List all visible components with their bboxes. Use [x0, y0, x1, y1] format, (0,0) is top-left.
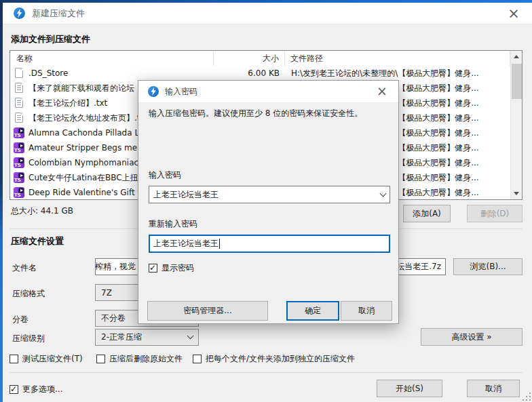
archive-settings-title: 压缩文件设置 — [11, 235, 64, 247]
scrollbar-thumb[interactable] — [512, 64, 522, 99]
text-file-icon — [14, 83, 24, 94]
file-name: Cute女牛仔Latina在BBC上扭动 — [28, 172, 147, 184]
confirm-password-value: 上老王论坛当老王 — [153, 238, 218, 249]
advanced-settings-button[interactable]: 高级设置 » — [421, 328, 522, 346]
new-archive-window: 新建压缩文件 × 添加文件到压缩文件 名称 大小 文件路径 .DS_Store … — [0, 0, 532, 402]
ts-video-icon: TS — [14, 142, 24, 153]
file-name: 【老王论坛介绍】.txt — [28, 98, 107, 109]
more-options-checkbox[interactable]: 更多选项... — [10, 384, 62, 395]
password-dialog: 输入密码 × 输入压缩包密码。建议使用至少 8 位的密码来保证安全性。 输入密码… — [138, 80, 399, 324]
confirm-password-label: 重新输入密码 — [149, 218, 197, 230]
file-name: Colombian Nymphomaniac in — [28, 158, 149, 167]
titlebar[interactable]: 新建压缩文件 × — [3, 3, 532, 24]
close-icon[interactable]: × — [504, 6, 524, 22]
level-value: 2-正常压缩 — [101, 331, 142, 343]
ts-video-icon: TS — [14, 127, 24, 138]
delete-original-label: 压缩后删除原始文件 — [109, 353, 183, 365]
window-title: 新建压缩文件 — [32, 7, 85, 20]
level-select[interactable]: 2-正常压缩 — [95, 329, 199, 346]
column-header-name[interactable]: 名称 — [10, 51, 214, 66]
add-button[interactable]: 添加(A) — [403, 205, 451, 222]
file-name: Amateur Stripper Begs me to — [28, 143, 148, 153]
password-dialog-title: 输入密码 — [165, 86, 197, 98]
chevron-down-icon[interactable] — [380, 190, 387, 197]
separate-archives-label: 把每个文件/文件夹添加到独立的压缩文件 — [206, 353, 355, 365]
show-password-checkbox[interactable]: 显示密码 — [149, 262, 194, 274]
file-list-header[interactable]: 名称 大小 文件路径 — [10, 51, 510, 66]
password-instruction: 输入压缩包密码。建议使用至少 8 位的密码来保证安全性。 — [149, 108, 390, 119]
checkbox-checked-icon[interactable] — [10, 385, 18, 394]
column-header-size[interactable]: 大小 — [214, 51, 285, 66]
file-name: 【来了就能下载和观看的论坛， — [28, 83, 142, 94]
volume-label: 分卷 — [12, 314, 28, 325]
test-archive-label: 测试压缩文件(T) — [22, 353, 83, 365]
divider — [10, 372, 522, 373]
chevron-down-icon — [187, 333, 194, 340]
checkbox-icon[interactable] — [193, 355, 202, 363]
password-manager-button[interactable]: 密码管理器... — [147, 301, 268, 321]
password-input[interactable]: 上老王论坛当老王 — [149, 186, 390, 203]
ts-video-icon: TS — [14, 187, 24, 198]
filename-value-start: 榨精，视觉 — [95, 261, 136, 273]
list-scrollbar[interactable] — [510, 51, 522, 199]
close-icon[interactable]: × — [373, 83, 392, 100]
password-label: 输入密码 — [149, 169, 181, 181]
dialog-cancel-button[interactable]: 取消 — [341, 301, 392, 321]
show-password-label: 显示密码 — [162, 262, 194, 274]
volume-value: 不分卷 — [101, 313, 126, 324]
level-label: 压缩级别 — [12, 333, 45, 344]
resize-grip[interactable] — [522, 393, 531, 401]
ts-video-icon: TS — [14, 157, 24, 168]
password-value: 上老王论坛当老王 — [153, 189, 218, 201]
total-size-label: 总大小: 44.1 GB — [11, 205, 73, 217]
checkbox-icon[interactable] — [10, 355, 18, 363]
column-header-path[interactable]: 文件路径 — [285, 51, 510, 66]
format-value: 7Z — [101, 288, 112, 298]
section-add-files-title: 添加文件到压缩文件 — [11, 33, 90, 45]
text-file-icon — [14, 113, 24, 123]
ts-video-icon: TS — [14, 172, 24, 183]
confirm-password-input[interactable]: 上老王论坛当老王 — [149, 235, 390, 253]
file-name: Deep Ride Valentine's Gift for — [28, 188, 149, 197]
text-caret — [219, 239, 220, 249]
file-size: 6.00 KB — [214, 68, 285, 78]
filename-label: 文件名 — [12, 262, 37, 274]
scroll-up-icon[interactable] — [511, 51, 522, 62]
delete-original-checkbox[interactable]: 压缩后删除原始文件 — [96, 353, 183, 365]
more-options-label: 更多选项... — [22, 384, 62, 395]
test-archive-checkbox[interactable]: 测试压缩文件(T) — [10, 353, 83, 365]
password-dialog-titlebar[interactable]: 输入密码 × — [138, 81, 398, 102]
text-file-icon — [14, 98, 24, 108]
bandizip-logo-icon — [14, 7, 25, 19]
delete-button: 删除(D) — [467, 205, 522, 222]
browse-button[interactable]: 浏览(B)... — [453, 258, 522, 275]
table-row[interactable]: .DS_Store 6.00 KB H:\发到老王论坛的\未整理的\【极品大肥臀… — [10, 66, 510, 81]
file-name: 【老王论坛永久地址发布页】.txt — [28, 113, 148, 124]
checkbox-icon[interactable] — [96, 355, 105, 363]
separate-archives-checkbox[interactable]: 把每个文件/文件夹添加到独立的压缩文件 — [193, 353, 355, 365]
file-path: H:\发到老王论坛的\未整理的\【极品大肥臀】健身... — [285, 68, 510, 79]
ok-button[interactable]: 确定 — [286, 301, 339, 321]
file-name: .DS_Store — [28, 68, 68, 78]
checkbox-checked-icon[interactable] — [149, 264, 157, 273]
scroll-down-icon[interactable] — [511, 188, 522, 199]
bandizip-logo-icon — [148, 86, 159, 97]
format-label: 压缩格式 — [12, 288, 45, 300]
start-button[interactable]: 开始(S) — [377, 380, 442, 397]
desktop-edge-stripe — [0, 0, 3, 402]
blank-file-icon — [14, 68, 24, 79]
cancel-button[interactable]: 取消 — [467, 380, 520, 397]
